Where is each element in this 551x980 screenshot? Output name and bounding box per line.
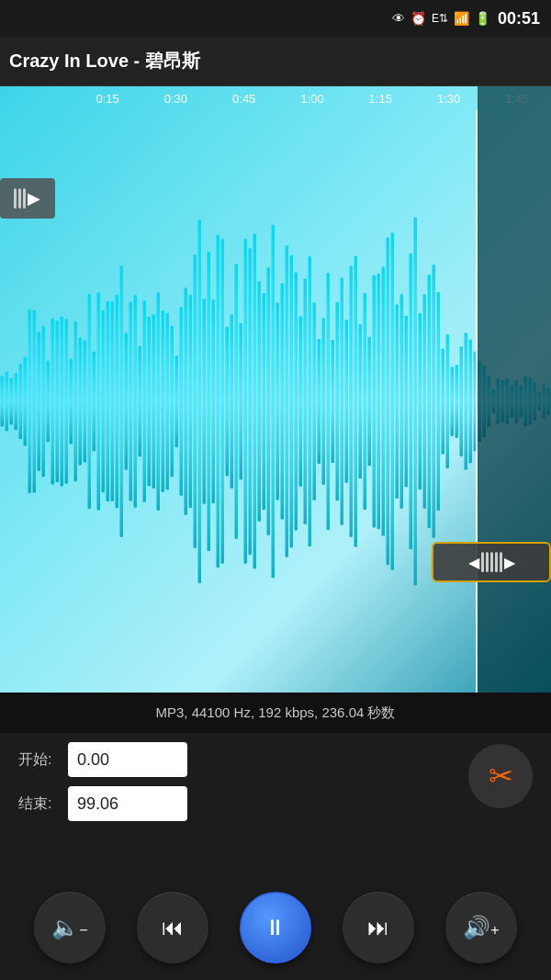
pause-button[interactable]: ⏸	[240, 892, 311, 963]
rewind-button[interactable]: ⏮	[137, 892, 208, 963]
grip-line	[495, 552, 498, 572]
svg-rect-92	[423, 294, 427, 509]
svg-rect-68	[313, 302, 317, 501]
data-icon: E⇅	[432, 12, 448, 25]
volume-up-icon: 🔊+	[463, 915, 499, 941]
svg-rect-87	[400, 294, 404, 508]
svg-rect-48	[221, 239, 225, 563]
svg-rect-4	[19, 364, 23, 439]
svg-rect-99	[455, 365, 459, 437]
svg-rect-42	[194, 254, 197, 548]
svg-rect-46	[212, 299, 216, 503]
svg-rect-55	[253, 234, 257, 569]
time-mark-3: 0:45	[210, 92, 278, 106]
right-trim-handle[interactable]: ◀ ▶	[432, 542, 551, 582]
svg-rect-1	[6, 372, 9, 431]
svg-rect-81	[373, 276, 377, 528]
svg-rect-9	[42, 326, 46, 478]
svg-rect-38	[175, 355, 179, 447]
file-info: MP3, 44100 Hz, 192 kbps, 236.04 秒数	[156, 704, 396, 722]
time-mark-6: 1:30	[414, 92, 482, 106]
svg-rect-82	[377, 274, 381, 530]
svg-rect-97	[446, 334, 450, 468]
start-row: 开始:	[18, 742, 533, 777]
status-bar: 👁 ⏰ E⇅ 📶 🔋 00:51	[0, 0, 551, 37]
svg-rect-91	[419, 313, 422, 490]
svg-rect-83	[382, 267, 386, 536]
volume-down-icon: 🔈−	[51, 915, 87, 941]
time-mark-2: 0:30	[141, 92, 209, 106]
transport-controls: 🔈− ⏮ ⏸ ⏭ 🔊+	[0, 874, 551, 980]
svg-rect-6	[28, 310, 32, 493]
status-time: 00:51	[498, 9, 540, 28]
volume-down-button[interactable]: 🔈−	[34, 892, 106, 963]
handle-grip	[481, 552, 502, 572]
time-mark-5: 1:15	[346, 92, 414, 106]
svg-rect-78	[359, 324, 363, 479]
svg-rect-89	[410, 253, 413, 549]
signal-icon: 📶	[454, 11, 469, 26]
info-bar: MP3, 44100 Hz, 192 kbps, 236.04 秒数	[0, 693, 551, 733]
svg-rect-51	[235, 264, 239, 539]
scissors-icon: ✂	[489, 759, 513, 794]
forward-icon: ⏭	[367, 915, 389, 941]
svg-rect-5	[24, 357, 28, 446]
svg-rect-30	[139, 346, 142, 457]
svg-rect-45	[208, 252, 211, 551]
svg-rect-40	[185, 287, 188, 515]
svg-rect-84	[387, 238, 390, 565]
svg-rect-39	[180, 307, 184, 495]
eye-icon: 👁	[392, 11, 405, 26]
timeline: 0:15 0:30 0:45 1:00 1:15 1:30 1:45	[0, 86, 551, 110]
start-input[interactable]	[68, 742, 187, 777]
svg-rect-0	[1, 377, 5, 427]
scissors-button[interactable]: ✂	[468, 744, 533, 808]
svg-rect-31	[143, 300, 147, 501]
svg-rect-64	[295, 273, 298, 531]
svg-rect-29	[134, 295, 138, 507]
grip-line	[490, 552, 493, 572]
right-arrow-icon: ▶	[28, 188, 40, 208]
grip-line	[481, 552, 484, 572]
rewind-icon: ⏮	[162, 915, 184, 941]
status-icons: 👁 ⏰ E⇅ 📶 🔋	[392, 11, 490, 26]
svg-rect-59	[272, 225, 276, 578]
svg-rect-16	[74, 321, 78, 481]
svg-rect-33	[152, 314, 156, 488]
forward-button[interactable]: ⏭	[343, 892, 414, 963]
svg-rect-37	[171, 326, 174, 478]
end-input[interactable]	[68, 786, 187, 821]
svg-rect-77	[354, 255, 358, 546]
svg-rect-41	[189, 295, 193, 508]
svg-rect-95	[437, 292, 441, 511]
svg-rect-70	[322, 318, 326, 485]
waveform-area[interactable]: 0:15 0:30 0:45 1:00 1:15 1:30 1:45 // Ge…	[0, 86, 551, 693]
time-mark-1: 0:15	[73, 92, 141, 106]
left-trim-handle[interactable]: ▶	[0, 178, 55, 219]
svg-rect-56	[258, 281, 262, 521]
svg-rect-19	[88, 294, 92, 509]
svg-rect-86	[396, 304, 399, 498]
volume-up-button[interactable]: 🔊+	[445, 892, 517, 963]
svg-rect-23	[107, 301, 110, 501]
svg-rect-85	[391, 232, 395, 569]
svg-rect-52	[240, 323, 243, 480]
svg-rect-100	[460, 346, 464, 456]
svg-rect-58	[267, 267, 271, 535]
svg-rect-73	[336, 302, 340, 501]
svg-rect-67	[309, 256, 312, 546]
svg-rect-75	[345, 320, 349, 483]
svg-rect-17	[79, 338, 83, 466]
alarm-icon: ⏰	[410, 11, 426, 26]
svg-rect-49	[226, 327, 230, 477]
svg-rect-62	[286, 245, 289, 557]
left-arrow-icon: ◀	[468, 554, 479, 571]
svg-rect-60	[276, 303, 280, 501]
svg-rect-72	[332, 340, 335, 463]
svg-rect-27	[125, 332, 129, 469]
end-row: 结束:	[18, 786, 533, 821]
svg-rect-101	[465, 333, 468, 470]
svg-rect-24	[111, 301, 115, 501]
svg-rect-90	[414, 218, 418, 586]
svg-rect-74	[341, 277, 344, 524]
